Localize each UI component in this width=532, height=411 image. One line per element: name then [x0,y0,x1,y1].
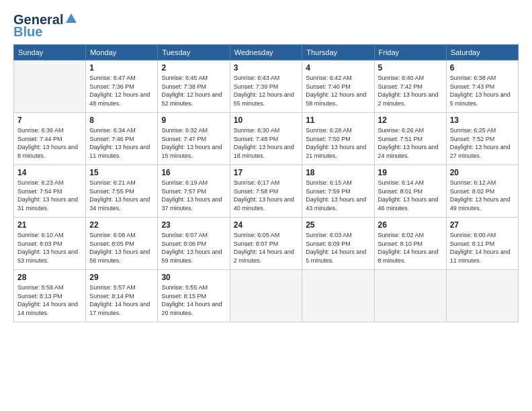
header: General Blue [13,12,519,39]
day-number: 10 [234,116,298,125]
day-number: 2 [161,63,226,73]
day-number: 9 [161,116,226,125]
logo-text-blue: Blue [13,24,42,39]
calendar-cell: 3Sunrise: 6:43 AMSunset: 7:39 PMDaylight… [230,60,302,113]
day-number: 28 [17,273,82,282]
day-number: 21 [17,220,82,230]
calendar-cell: 21Sunrise: 6:10 AMSunset: 8:03 PMDayligh… [14,218,86,270]
day-info: Sunrise: 6:45 AMSunset: 7:38 PMDaylight:… [161,74,226,107]
day-info: Sunrise: 6:34 AMSunset: 7:46 PMDaylight:… [89,126,154,160]
logo-triangle-icon [65,12,77,27]
calendar-header-monday: Monday [86,45,158,60]
day-info: Sunrise: 6:30 AMSunset: 7:48 PMDaylight:… [234,126,298,160]
calendar-header-thursday: Thursday [302,45,374,60]
day-info: Sunrise: 6:38 AMSunset: 7:43 PMDaylight:… [450,74,515,107]
calendar-cell: 16Sunrise: 6:19 AMSunset: 7:57 PMDayligh… [158,165,230,218]
day-info: Sunrise: 6:10 AMSunset: 8:03 PMDaylight:… [17,231,82,265]
calendar-cell [302,270,374,322]
day-info: Sunrise: 6:47 AMSunset: 7:36 PMDaylight:… [89,74,154,107]
calendar-cell: 26Sunrise: 6:02 AMSunset: 8:10 PMDayligh… [374,218,446,270]
day-info: Sunrise: 6:36 AMSunset: 7:44 PMDaylight:… [17,126,82,160]
day-number: 20 [450,168,515,177]
week-row-4: 21Sunrise: 6:10 AMSunset: 8:03 PMDayligh… [14,218,519,270]
calendar-cell: 11Sunrise: 6:28 AMSunset: 7:50 PMDayligh… [302,113,374,165]
page: General Blue SundayMondayTuesdayWednesda… [0,0,532,411]
day-info: Sunrise: 6:08 AMSunset: 8:05 PMDaylight:… [89,231,154,265]
day-number: 18 [306,168,370,177]
day-info: Sunrise: 6:42 AMSunset: 7:40 PMDaylight:… [306,74,370,107]
day-info: Sunrise: 6:17 AMSunset: 7:58 PMDaylight:… [234,179,298,212]
day-info: Sunrise: 6:40 AMSunset: 7:42 PMDaylight:… [378,74,443,107]
week-row-3: 14Sunrise: 6:23 AMSunset: 7:54 PMDayligh… [14,165,519,218]
calendar-header-sunday: Sunday [14,45,86,60]
day-number: 29 [89,273,154,282]
day-info: Sunrise: 6:28 AMSunset: 7:50 PMDaylight:… [306,126,370,160]
day-info: Sunrise: 6:19 AMSunset: 7:57 PMDaylight:… [161,179,226,212]
day-number: 1 [89,63,154,73]
day-info: Sunrise: 5:57 AMSunset: 8:14 PMDaylight:… [89,283,154,317]
calendar-cell: 30Sunrise: 5:55 AMSunset: 8:15 PMDayligh… [158,270,230,322]
day-number: 27 [450,220,515,230]
calendar-cell: 13Sunrise: 6:25 AMSunset: 7:52 PMDayligh… [446,113,518,165]
calendar-cell: 18Sunrise: 6:15 AMSunset: 7:59 PMDayligh… [302,165,374,218]
calendar-header-wednesday: Wednesday [230,45,302,60]
day-info: Sunrise: 5:58 AMSunset: 8:13 PMDaylight:… [17,283,82,317]
calendar-cell [14,60,86,113]
day-info: Sunrise: 6:12 AMSunset: 8:02 PMDaylight:… [450,179,515,212]
day-number: 13 [450,116,515,125]
day-info: Sunrise: 6:21 AMSunset: 7:55 PMDaylight:… [89,179,154,212]
calendar-header-saturday: Saturday [446,45,518,60]
calendar-cell [230,270,302,322]
day-number: 25 [306,220,370,230]
calendar-cell: 12Sunrise: 6:26 AMSunset: 7:51 PMDayligh… [374,113,446,165]
calendar-header-tuesday: Tuesday [158,45,230,60]
calendar-cell: 2Sunrise: 6:45 AMSunset: 7:38 PMDaylight… [158,60,230,113]
day-number: 15 [89,168,154,177]
day-info: Sunrise: 6:00 AMSunset: 8:11 PMDaylight:… [450,231,515,265]
day-info: Sunrise: 6:05 AMSunset: 8:07 PMDaylight:… [234,231,298,265]
day-number: 16 [161,168,226,177]
calendar-cell [374,270,446,322]
day-info: Sunrise: 6:15 AMSunset: 7:59 PMDaylight:… [306,179,370,212]
calendar-cell: 25Sunrise: 6:03 AMSunset: 8:09 PMDayligh… [302,218,374,270]
calendar-cell: 23Sunrise: 6:07 AMSunset: 8:06 PMDayligh… [158,218,230,270]
week-row-5: 28Sunrise: 5:58 AMSunset: 8:13 PMDayligh… [14,270,519,322]
logo: General Blue [13,12,77,39]
day-info: Sunrise: 6:03 AMSunset: 8:09 PMDaylight:… [306,231,370,265]
svg-marker-0 [66,13,77,23]
day-number: 3 [234,63,298,73]
calendar-cell: 7Sunrise: 6:36 AMSunset: 7:44 PMDaylight… [14,113,86,165]
day-number: 7 [17,116,82,125]
calendar-cell: 22Sunrise: 6:08 AMSunset: 8:05 PMDayligh… [86,218,158,270]
calendar-cell: 5Sunrise: 6:40 AMSunset: 7:42 PMDaylight… [374,60,446,113]
day-info: Sunrise: 6:26 AMSunset: 7:51 PMDaylight:… [378,126,443,160]
day-number: 22 [89,220,154,230]
day-number: 24 [234,220,298,230]
day-number: 23 [161,220,226,230]
calendar-table: SundayMondayTuesdayWednesdayThursdayFrid… [13,44,519,322]
calendar-cell: 8Sunrise: 6:34 AMSunset: 7:46 PMDaylight… [86,113,158,165]
calendar-cell: 6Sunrise: 6:38 AMSunset: 7:43 PMDaylight… [446,60,518,113]
calendar-header-row: SundayMondayTuesdayWednesdayThursdayFrid… [14,45,519,60]
day-number: 19 [378,168,443,177]
calendar-cell: 1Sunrise: 6:47 AMSunset: 7:36 PMDaylight… [86,60,158,113]
day-number: 26 [378,220,443,230]
day-info: Sunrise: 6:32 AMSunset: 7:47 PMDaylight:… [161,126,226,160]
day-info: Sunrise: 5:55 AMSunset: 8:15 PMDaylight:… [161,283,226,317]
calendar-cell: 24Sunrise: 6:05 AMSunset: 8:07 PMDayligh… [230,218,302,270]
calendar-cell: 19Sunrise: 6:14 AMSunset: 8:01 PMDayligh… [374,165,446,218]
day-info: Sunrise: 6:14 AMSunset: 8:01 PMDaylight:… [378,179,443,212]
calendar-cell: 9Sunrise: 6:32 AMSunset: 7:47 PMDaylight… [158,113,230,165]
day-number: 11 [306,116,370,125]
week-row-2: 7Sunrise: 6:36 AMSunset: 7:44 PMDaylight… [14,113,519,165]
day-number: 4 [306,63,370,73]
calendar-cell: 17Sunrise: 6:17 AMSunset: 7:58 PMDayligh… [230,165,302,218]
day-number: 30 [161,273,226,282]
calendar-cell: 27Sunrise: 6:00 AMSunset: 8:11 PMDayligh… [446,218,518,270]
day-number: 17 [234,168,298,177]
day-number: 14 [17,168,82,177]
calendar-cell: 14Sunrise: 6:23 AMSunset: 7:54 PMDayligh… [14,165,86,218]
calendar-cell [446,270,518,322]
week-row-1: 1Sunrise: 6:47 AMSunset: 7:36 PMDaylight… [14,60,519,113]
day-info: Sunrise: 6:07 AMSunset: 8:06 PMDaylight:… [161,231,226,265]
